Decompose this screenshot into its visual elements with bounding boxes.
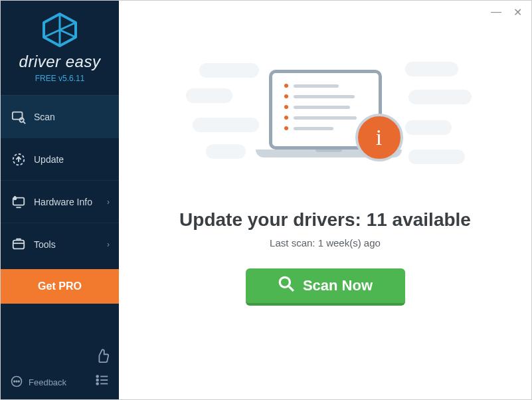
sidebar-item-label: Update (34, 154, 64, 165)
info-badge-label: i (376, 125, 382, 150)
scan-now-button[interactable]: Scan Now (246, 268, 405, 306)
sidebar-item-label: Hardware Info (34, 197, 92, 207)
get-pro-label: Get PRO (38, 280, 82, 292)
last-scan-text: Last scan: 1 week(s) ago (270, 237, 381, 249)
sidebar-item-update[interactable]: Update (1, 138, 119, 180)
hardware-info-icon: i (11, 195, 26, 209)
sidebar-footer: Feedback (1, 342, 119, 399)
update-icon (11, 152, 26, 167)
svg-point-21 (280, 277, 290, 287)
thumbs-up-icon[interactable] (95, 349, 110, 366)
sidebar: driver easy FREE v5.6.11 Scan (1, 1, 119, 399)
minimize-button[interactable]: — (491, 6, 501, 19)
feedback-label: Feedback (29, 377, 66, 387)
content: i Update your drivers: 11 available Last… (119, 1, 531, 399)
svg-point-13 (16, 381, 17, 382)
svg-rect-10 (13, 240, 25, 249)
headline-text: Update your drivers: 11 available (179, 209, 471, 231)
get-pro-button[interactable]: Get PRO (1, 269, 119, 304)
svg-point-14 (19, 381, 20, 382)
sidebar-item-tools[interactable]: Tools › (1, 223, 119, 265)
sidebar-item-label: Scan (34, 112, 55, 122)
brand-title: driver easy (7, 52, 112, 71)
svg-point-17 (96, 383, 98, 385)
info-badge-icon: i (355, 114, 403, 161)
scan-now-label: Scan Now (303, 277, 373, 294)
sidebar-item-scan[interactable]: Scan (1, 95, 119, 138)
chevron-right-icon: › (107, 197, 110, 207)
chevron-right-icon: › (107, 240, 110, 249)
svg-line-3 (23, 122, 25, 124)
close-button[interactable]: ✕ (513, 6, 522, 19)
app-window: driver easy FREE v5.6.11 Scan (1, 1, 531, 399)
search-icon (278, 275, 295, 296)
svg-text:i: i (15, 197, 15, 200)
sidebar-item-hardware-info[interactable]: i Hardware Info › (1, 180, 119, 223)
logo-icon (7, 13, 112, 47)
laptop-icon: i (256, 70, 395, 157)
nav: Scan Update (1, 95, 119, 342)
tools-icon (11, 237, 26, 252)
svg-line-22 (289, 286, 294, 291)
illustration: i (226, 56, 425, 189)
brand-subtitle: FREE v5.6.11 (7, 74, 112, 83)
window-controls: — ✕ (491, 6, 522, 19)
svg-point-16 (96, 379, 98, 381)
brand-block: driver easy FREE v5.6.11 (1, 1, 119, 91)
feedback-button[interactable]: Feedback (10, 375, 66, 390)
main-area: — ✕ (119, 1, 531, 399)
svg-point-15 (96, 375, 98, 377)
menu-list-icon[interactable] (95, 373, 110, 390)
scan-icon (11, 110, 26, 124)
svg-point-12 (14, 381, 15, 382)
feedback-icon (10, 375, 23, 390)
sidebar-item-label: Tools (34, 239, 56, 250)
